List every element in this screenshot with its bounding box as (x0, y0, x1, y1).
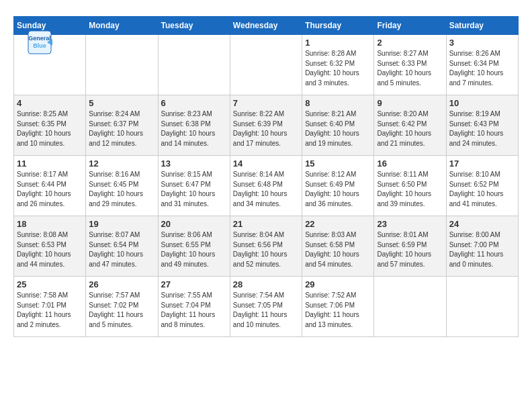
weekday-header-wednesday: Wednesday (230, 17, 302, 35)
day-number: 13 (161, 158, 227, 169)
weekday-header-monday: Monday (86, 17, 158, 35)
calendar-cell: 21Sunrise: 8:04 AM Sunset: 6:56 PM Dayli… (230, 216, 302, 277)
day-number: 15 (305, 158, 371, 169)
day-number: 8 (305, 98, 371, 108)
calendar-cell: 17Sunrise: 8:10 AM Sunset: 6:52 PM Dayli… (446, 156, 518, 216)
calendar-cell: 29Sunrise: 7:52 AM Sunset: 7:06 PM Dayli… (302, 277, 374, 337)
day-number: 3 (449, 38, 515, 48)
day-info: Sunrise: 7:57 AM Sunset: 7:02 PM Dayligh… (89, 291, 154, 330)
calendar-cell: 1Sunrise: 8:28 AM Sunset: 6:32 PM Daylig… (302, 35, 374, 95)
calendar-cell: 13Sunrise: 8:15 AM Sunset: 6:47 PM Dayli… (158, 156, 230, 216)
day-info: Sunrise: 7:52 AM Sunset: 7:06 PM Dayligh… (305, 291, 371, 330)
calendar-cell: 14Sunrise: 8:14 AM Sunset: 6:48 PM Dayli… (230, 156, 302, 216)
day-info: Sunrise: 8:28 AM Sunset: 6:32 PM Dayligh… (305, 49, 371, 88)
day-info: Sunrise: 8:23 AM Sunset: 6:38 PM Dayligh… (161, 109, 227, 148)
day-number: 26 (89, 279, 154, 289)
weekday-header-thursday: Thursday (302, 17, 374, 35)
day-number: 7 (233, 98, 299, 108)
day-info: Sunrise: 8:15 AM Sunset: 6:47 PM Dayligh… (161, 170, 227, 209)
day-number: 19 (89, 219, 154, 229)
day-info: Sunrise: 8:07 AM Sunset: 6:54 PM Dayligh… (89, 230, 154, 269)
day-number: 11 (17, 158, 83, 169)
day-number: 5 (89, 98, 154, 108)
day-info: Sunrise: 8:14 AM Sunset: 6:48 PM Dayligh… (233, 170, 299, 209)
day-number: 29 (305, 279, 371, 289)
calendar-table: SundayMondayTuesdayWednesdayThursdayFrid… (13, 16, 519, 337)
calendar-cell: 2Sunrise: 8:27 AM Sunset: 6:33 PM Daylig… (374, 35, 446, 95)
calendar-cell (230, 35, 302, 95)
calendar-cell: 28Sunrise: 7:54 AM Sunset: 7:05 PM Dayli… (230, 277, 302, 337)
svg-text:General: General (28, 35, 51, 42)
day-info: Sunrise: 8:17 AM Sunset: 6:44 PM Dayligh… (17, 170, 83, 209)
calendar-cell (374, 277, 446, 337)
day-info: Sunrise: 7:55 AM Sunset: 7:04 PM Dayligh… (161, 291, 227, 330)
day-number: 28 (233, 279, 299, 289)
day-info: Sunrise: 7:58 AM Sunset: 7:01 PM Dayligh… (17, 291, 83, 330)
day-number: 20 (161, 219, 227, 229)
day-number: 21 (233, 219, 299, 229)
calendar-cell: 18Sunrise: 8:08 AM Sunset: 6:53 PM Dayli… (14, 216, 86, 277)
day-info: Sunrise: 8:12 AM Sunset: 6:49 PM Dayligh… (305, 170, 371, 209)
calendar-cell: 27Sunrise: 7:55 AM Sunset: 7:04 PM Dayli… (158, 277, 230, 337)
day-info: Sunrise: 8:20 AM Sunset: 6:42 PM Dayligh… (377, 109, 443, 148)
day-info: Sunrise: 8:04 AM Sunset: 6:56 PM Dayligh… (233, 230, 299, 269)
day-info: Sunrise: 8:25 AM Sunset: 6:35 PM Dayligh… (17, 109, 83, 148)
day-number: 1 (305, 38, 371, 48)
calendar-cell: 12Sunrise: 8:16 AM Sunset: 6:45 PM Dayli… (86, 156, 158, 216)
calendar-cell (158, 35, 230, 95)
calendar-cell: 8Sunrise: 8:21 AM Sunset: 6:40 PM Daylig… (302, 95, 374, 156)
day-number: 17 (449, 158, 515, 169)
day-info: Sunrise: 8:06 AM Sunset: 6:55 PM Dayligh… (161, 230, 227, 269)
day-number: 25 (17, 279, 83, 289)
calendar-cell: 11Sunrise: 8:17 AM Sunset: 6:44 PM Dayli… (14, 156, 86, 216)
day-number: 10 (449, 98, 515, 108)
day-number: 12 (89, 158, 154, 169)
day-info: Sunrise: 8:08 AM Sunset: 6:53 PM Dayligh… (17, 230, 83, 269)
day-info: Sunrise: 8:01 AM Sunset: 6:59 PM Dayligh… (377, 230, 443, 269)
calendar-cell: 6Sunrise: 8:23 AM Sunset: 6:38 PM Daylig… (158, 95, 230, 156)
day-number: 14 (233, 158, 299, 169)
calendar-cell: 22Sunrise: 8:03 AM Sunset: 6:58 PM Dayli… (302, 216, 374, 277)
day-info: Sunrise: 8:11 AM Sunset: 6:50 PM Dayligh… (377, 170, 443, 209)
day-info: Sunrise: 8:10 AM Sunset: 6:52 PM Dayligh… (449, 170, 515, 209)
day-number: 27 (161, 279, 227, 289)
calendar-cell: 16Sunrise: 8:11 AM Sunset: 6:50 PM Dayli… (374, 156, 446, 216)
day-info: Sunrise: 8:21 AM Sunset: 6:40 PM Dayligh… (305, 109, 371, 148)
day-info: Sunrise: 8:26 AM Sunset: 6:34 PM Dayligh… (449, 49, 515, 88)
weekday-header-saturday: Saturday (446, 17, 518, 35)
day-number: 18 (17, 219, 83, 229)
calendar-cell: 20Sunrise: 8:06 AM Sunset: 6:55 PM Dayli… (158, 216, 230, 277)
day-number: 23 (377, 219, 443, 229)
calendar-cell: 15Sunrise: 8:12 AM Sunset: 6:49 PM Dayli… (302, 156, 374, 216)
day-number: 4 (17, 98, 83, 108)
calendar-cell: 7Sunrise: 8:22 AM Sunset: 6:39 PM Daylig… (230, 95, 302, 156)
weekday-header-tuesday: Tuesday (158, 17, 230, 35)
day-info: Sunrise: 7:54 AM Sunset: 7:05 PM Dayligh… (233, 291, 299, 330)
calendar-cell (86, 35, 158, 95)
day-info: Sunrise: 8:22 AM Sunset: 6:39 PM Dayligh… (233, 109, 299, 148)
calendar-cell: 10Sunrise: 8:19 AM Sunset: 6:43 PM Dayli… (446, 95, 518, 156)
logo: General Blue (27, 30, 55, 58)
day-info: Sunrise: 8:03 AM Sunset: 6:58 PM Dayligh… (305, 230, 371, 269)
day-number: 9 (377, 98, 443, 108)
day-number: 6 (161, 98, 227, 108)
day-info: Sunrise: 8:19 AM Sunset: 6:43 PM Dayligh… (449, 109, 515, 148)
day-info: Sunrise: 8:27 AM Sunset: 6:33 PM Dayligh… (377, 49, 443, 88)
calendar-cell: 19Sunrise: 8:07 AM Sunset: 6:54 PM Dayli… (86, 216, 158, 277)
day-number: 22 (305, 219, 371, 229)
calendar-cell: 25Sunrise: 7:58 AM Sunset: 7:01 PM Dayli… (14, 277, 86, 337)
day-number: 2 (377, 38, 443, 48)
calendar-cell: 4Sunrise: 8:25 AM Sunset: 6:35 PM Daylig… (14, 95, 86, 156)
calendar-cell: 23Sunrise: 8:01 AM Sunset: 6:59 PM Dayli… (374, 216, 446, 277)
day-info: Sunrise: 8:24 AM Sunset: 6:37 PM Dayligh… (89, 109, 154, 148)
day-info: Sunrise: 8:00 AM Sunset: 7:00 PM Dayligh… (449, 230, 515, 269)
calendar-cell: 3Sunrise: 8:26 AM Sunset: 6:34 PM Daylig… (446, 35, 518, 95)
day-number: 16 (377, 158, 443, 169)
svg-text:Blue: Blue (33, 42, 46, 49)
day-number: 24 (449, 219, 515, 229)
calendar-cell: 9Sunrise: 8:20 AM Sunset: 6:42 PM Daylig… (374, 95, 446, 156)
calendar-cell: 26Sunrise: 7:57 AM Sunset: 7:02 PM Dayli… (86, 277, 158, 337)
calendar-cell: 24Sunrise: 8:00 AM Sunset: 7:00 PM Dayli… (446, 216, 518, 277)
weekday-header-friday: Friday (374, 17, 446, 35)
calendar-cell (446, 277, 518, 337)
